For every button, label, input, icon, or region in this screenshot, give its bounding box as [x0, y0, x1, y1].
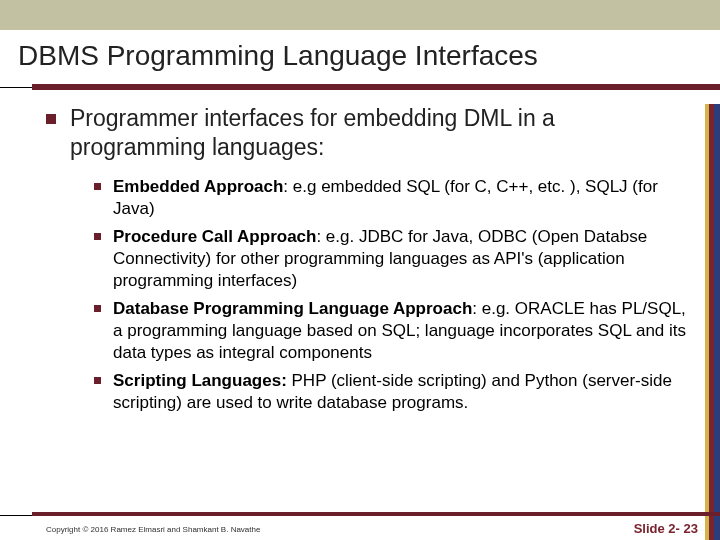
title-rule	[0, 84, 720, 90]
sub-point-bold: Database Programming Language Approach	[113, 299, 472, 318]
bullet-level2: Embedded Approach: e.g embedded SQL (for…	[94, 176, 688, 220]
top-band	[0, 0, 720, 30]
sub-point-bold: Embedded Approach	[113, 177, 283, 196]
square-bullet-icon	[46, 114, 56, 124]
bullet-level2: Database Programming Language Approach: …	[94, 298, 688, 364]
side-stripe	[706, 104, 720, 540]
main-point-text: Programmer interfaces for embedding DML …	[70, 104, 688, 162]
body: Programmer interfaces for embedding DML …	[0, 104, 720, 414]
sub-bullet-list: Embedded Approach: e.g embedded SQL (for…	[46, 176, 688, 415]
bullet-level2: Scripting Languages: PHP (client-side sc…	[94, 370, 688, 414]
bullet-level1: Programmer interfaces for embedding DML …	[46, 104, 688, 162]
square-bullet-icon	[94, 233, 101, 240]
sub-point-text: Scripting Languages: PHP (client-side sc…	[113, 370, 688, 414]
sub-point-bold: Procedure Call Approach	[113, 227, 316, 246]
sub-point-bold: Scripting Languages:	[113, 371, 287, 390]
square-bullet-icon	[94, 377, 101, 384]
content-area: Programmer interfaces for embedding DML …	[0, 104, 720, 540]
slide-title: DBMS Programming Language Interfaces	[18, 40, 702, 72]
bullet-level2: Procedure Call Approach: e.g. JDBC for J…	[94, 226, 688, 292]
slide: DBMS Programming Language Interfaces Pro…	[0, 0, 720, 540]
slide-number: Slide 2- 23	[634, 521, 698, 536]
footer-rule	[0, 512, 720, 516]
square-bullet-icon	[94, 183, 101, 190]
sub-point-text: Procedure Call Approach: e.g. JDBC for J…	[113, 226, 688, 292]
title-area: DBMS Programming Language Interfaces	[0, 30, 720, 84]
sub-point-text: Embedded Approach: e.g embedded SQL (for…	[113, 176, 688, 220]
square-bullet-icon	[94, 305, 101, 312]
copyright-text: Copyright © 2016 Ramez Elmasri and Shamk…	[46, 525, 260, 534]
sub-point-text: Database Programming Language Approach: …	[113, 298, 688, 364]
